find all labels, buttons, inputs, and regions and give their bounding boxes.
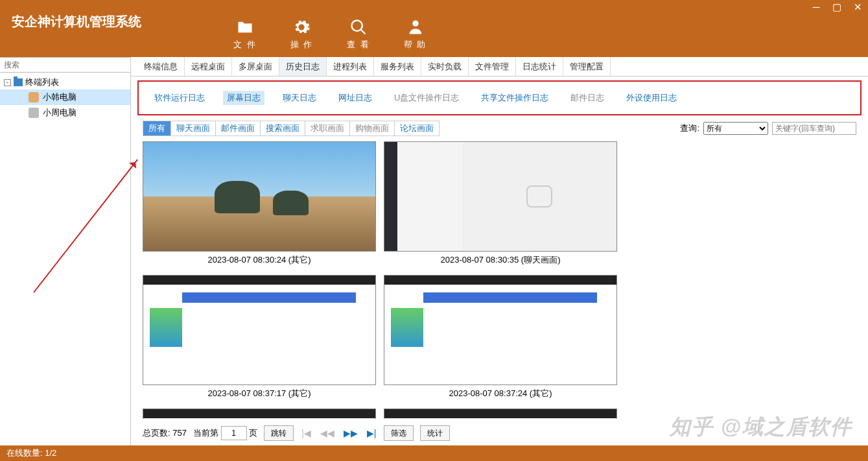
- page-input[interactable]: [221, 426, 247, 440]
- screenshot-thumb-1: 2023-08-07 08:30:35 (聊天画面): [384, 141, 617, 266]
- last-page-icon[interactable]: ▶|: [366, 428, 378, 438]
- module-tab-2[interactable]: 多屏桌面: [232, 57, 279, 76]
- module-tab-0[interactable]: 终端信息: [137, 57, 185, 76]
- query-label: 查询:: [680, 123, 699, 134]
- search-icon: [349, 18, 368, 36]
- log-type-tabs: 软件运行日志屏幕日志聊天日志网址日志U盘文件操作日志共享文件操作日志邮件日志外设…: [137, 80, 862, 115]
- close-button[interactable]: ✕: [851, 1, 864, 13]
- toolbar-view[interactable]: 查 看: [347, 18, 370, 51]
- filter-tab-0[interactable]: 所有: [143, 121, 171, 136]
- svg-point-0: [352, 21, 362, 31]
- terminal-item-han[interactable]: 小韩电脑: [0, 89, 130, 105]
- screenshot-image[interactable]: [143, 275, 376, 385]
- screenshot-thumb-5: 2023-08-07 08:39:24 (其它): [384, 408, 617, 419]
- module-tab-4[interactable]: 进程列表: [327, 57, 374, 76]
- toolbar-operate[interactable]: 操 作: [290, 18, 314, 51]
- prev-page-icon[interactable]: ◀◀: [319, 428, 336, 438]
- sidebar: - 终端列表 小韩电脑 小周电脑: [0, 57, 131, 446]
- avatar-icon: [29, 92, 39, 102]
- collapse-icon[interactable]: -: [4, 79, 11, 86]
- log-type-4[interactable]: U盘文件操作日志: [390, 91, 463, 105]
- module-tab-6[interactable]: 实时负载: [421, 57, 469, 76]
- current-page-label: 当前第 页: [193, 426, 257, 440]
- gear-icon: [292, 18, 311, 36]
- log-type-7[interactable]: 外设使用日志: [622, 91, 681, 105]
- module-tab-9[interactable]: 管理配置: [563, 57, 611, 76]
- screenshot-image[interactable]: [384, 408, 617, 419]
- log-type-3[interactable]: 网址日志: [334, 91, 376, 105]
- module-tab-7[interactable]: 文件管理: [469, 57, 516, 76]
- tree-root[interactable]: - 终端列表: [0, 75, 130, 89]
- stats-button[interactable]: 统计: [420, 425, 450, 441]
- main-toolbar: 文 件 操 作 查 看 帮 助: [233, 18, 427, 51]
- screenshot-image[interactable]: [384, 275, 617, 385]
- query-select[interactable]: 所有: [703, 122, 768, 135]
- filter-tab-1[interactable]: 聊天画面: [171, 121, 216, 136]
- filter-tab-4[interactable]: 求职画面: [305, 121, 350, 136]
- svg-point-2: [412, 21, 418, 27]
- minimize-button[interactable]: ─: [810, 1, 823, 13]
- screenshot-caption: 2023-08-07 08:30:35 (聊天画面): [384, 252, 617, 266]
- app-title: 安企神计算机管理系统: [0, 0, 141, 30]
- module-tab-3[interactable]: 历史日志: [279, 57, 327, 76]
- screenshot-thumb-0: 2023-08-07 08:30:24 (其它): [143, 141, 376, 266]
- content-area: 终端信息远程桌面多屏桌面历史日志进程列表服务列表实时负载文件管理日志统计管理配置…: [131, 57, 868, 446]
- filter-button[interactable]: 筛选: [384, 425, 414, 441]
- filter-tab-3[interactable]: 搜索画面: [261, 121, 305, 136]
- screenshot-image[interactable]: [143, 141, 376, 252]
- total-pages-label: 总页数: 757: [143, 427, 187, 439]
- next-page-icon[interactable]: ▶▶: [342, 428, 359, 438]
- folder-icon: [236, 18, 254, 36]
- window-controls: ─ ▢ ✕: [810, 1, 864, 13]
- toolbar-file[interactable]: 文 件: [233, 18, 257, 51]
- module-tabs: 终端信息远程桌面多屏桌面历史日志进程列表服务列表实时负载文件管理日志统计管理配置: [131, 57, 868, 77]
- screenshot-thumb-4: 2023-08-07 08:38:24 (其它): [143, 408, 376, 419]
- svg-line-1: [361, 30, 366, 34]
- person-icon: [406, 18, 425, 36]
- filter-tab-2[interactable]: 邮件画面: [216, 121, 261, 136]
- screenshot-thumb-2: 2023-08-07 08:37:17 (其它): [143, 275, 376, 399]
- avatar-icon: [29, 108, 39, 118]
- module-tab-5[interactable]: 服务列表: [374, 57, 421, 76]
- status-bar: 在线数量: 1/2: [0, 445, 868, 461]
- first-page-icon[interactable]: |◀: [300, 428, 312, 438]
- screenshot-caption: 2023-08-07 08:37:24 (其它): [384, 385, 617, 399]
- screenshot-image[interactable]: [143, 408, 376, 419]
- sidebar-search: [0, 57, 130, 73]
- log-type-0[interactable]: 软件运行日志: [150, 91, 209, 105]
- screenshot-grid: 2023-08-07 08:30:24 (其它)2023-08-07 08:30…: [131, 139, 868, 419]
- toolbar-help[interactable]: 帮 助: [404, 18, 427, 51]
- keyword-input[interactable]: [772, 122, 856, 135]
- filter-tab-5[interactable]: 购物画面: [350, 121, 395, 136]
- filter-tab-6[interactable]: 论坛画面: [395, 121, 439, 136]
- log-type-5[interactable]: 共享文件操作日志: [477, 91, 552, 105]
- filter-bar: 所有聊天画面邮件画面搜索画面求职画面购物画面论坛画面 查询: 所有: [131, 118, 868, 139]
- screenshot-image[interactable]: [384, 141, 617, 252]
- jump-button[interactable]: 跳转: [264, 425, 294, 441]
- search-input[interactable]: [0, 58, 130, 72]
- category-tabs: 所有聊天画面邮件画面搜索画面求职画面购物画面论坛画面: [143, 121, 440, 136]
- module-tab-1[interactable]: 远程桌面: [185, 57, 232, 76]
- terminal-tree: - 终端列表 小韩电脑 小周电脑: [0, 73, 130, 123]
- log-type-6[interactable]: 邮件日志: [567, 91, 608, 105]
- log-type-2[interactable]: 聊天日志: [279, 91, 320, 105]
- screenshot-thumb-3: 2023-08-07 08:37:24 (其它): [384, 275, 617, 399]
- log-type-1[interactable]: 屏幕日志: [223, 91, 264, 105]
- folder-icon: [14, 78, 23, 86]
- module-tab-8[interactable]: 日志统计: [516, 57, 563, 76]
- screenshot-caption: 2023-08-07 08:30:24 (其它): [143, 252, 376, 266]
- screenshot-caption: 2023-08-07 08:37:17 (其它): [143, 385, 376, 399]
- pager: 总页数: 757 当前第 页 跳转 |◀ ◀◀ ▶▶ ▶| 筛选 统计: [131, 419, 868, 446]
- maximize-button[interactable]: ▢: [830, 1, 843, 13]
- terminal-item-zhou[interactable]: 小周电脑: [0, 105, 130, 121]
- title-bar: 安企神计算机管理系统 文 件 操 作 查 看 帮 助 ─ ▢ ✕: [0, 0, 868, 57]
